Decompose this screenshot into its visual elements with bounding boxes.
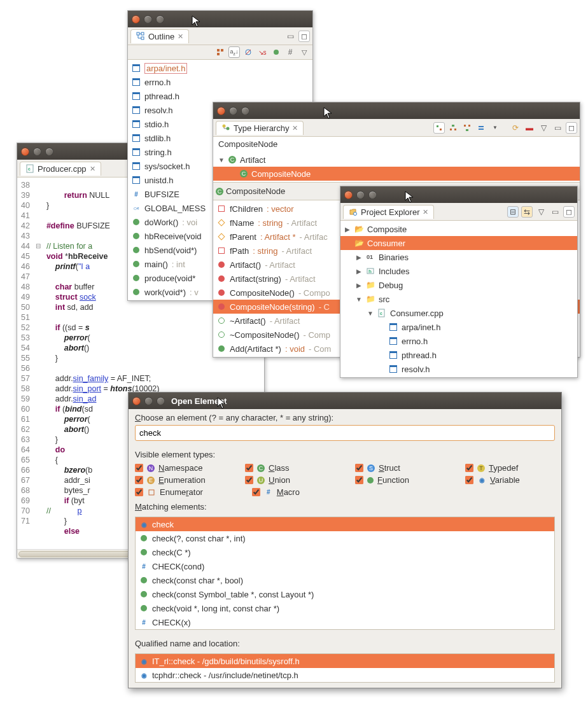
outline-tab[interactable]: Outline ✕ <box>130 29 189 43</box>
filter-typedef[interactable]: TTypedef <box>465 463 555 473</box>
close-tab-icon[interactable]: ✕ <box>178 32 183 41</box>
maximize-icon[interactable] <box>45 148 53 156</box>
filter-icon[interactable] <box>214 46 226 58</box>
hide-static-icon[interactable]: ↘s <box>256 46 268 58</box>
tb-btn-2[interactable] <box>447 122 459 134</box>
dropdown-icon[interactable]: ▼ <box>489 122 501 134</box>
close-tab-icon[interactable]: ✕ <box>423 208 428 216</box>
explorer-item[interactable]: resolv.h <box>340 362 577 376</box>
minimize-view-icon[interactable]: ▭ <box>552 122 563 134</box>
qualified-item[interactable]: ◉tcphdr::check - /usr/include/netinet/tc… <box>136 668 554 682</box>
explorer-item[interactable]: ▶01Binaries <box>340 250 577 264</box>
explorer-item[interactable]: Consumer <box>340 236 577 250</box>
explorer-item[interactable]: ▶Debug <box>340 278 577 292</box>
explorer-item[interactable]: errno.h <box>340 334 577 348</box>
close-icon[interactable] <box>21 148 29 156</box>
explorer-item[interactable]: ▼src <box>340 292 577 306</box>
maximize-icon[interactable] <box>156 15 164 24</box>
menu-icon[interactable]: ▽ <box>538 122 549 134</box>
hide-icon[interactable] <box>242 46 254 58</box>
explorer-item[interactable]: ▶hIncludes <box>340 264 577 278</box>
hide-nonpublic-icon[interactable] <box>270 46 282 58</box>
cancel-icon[interactable]: ▬ <box>524 122 535 134</box>
outline-item[interactable]: pthread.h <box>128 89 312 103</box>
maximize-icon[interactable] <box>157 397 165 405</box>
close-tab-icon[interactable]: ✕ <box>292 124 298 132</box>
matching-elements-list[interactable]: ◉checkcheck(?, const char *, int)check(C… <box>135 517 555 630</box>
maximize-view-icon[interactable]: ◻ <box>566 122 577 134</box>
filter-class[interactable]: CClass <box>245 463 335 473</box>
menu-icon[interactable]: ▽ <box>298 46 310 58</box>
outline-item[interactable]: arpa/inet.h <box>128 61 312 75</box>
hierarchy-titlebar[interactable] <box>213 102 580 119</box>
filter-union[interactable]: UUnion <box>245 475 335 485</box>
close-tab-icon[interactable]: ✕ <box>90 165 95 173</box>
expander-icon[interactable]: ▼ <box>218 157 225 164</box>
expander-icon[interactable]: ▶ <box>356 254 362 261</box>
group-icon[interactable]: # <box>284 46 296 58</box>
match-item[interactable]: check(void *, long int, const char *) <box>136 601 554 615</box>
match-item[interactable]: check(const char *, bool) <box>136 573 554 587</box>
refresh-icon[interactable]: ⟳ <box>510 122 521 134</box>
explorer-item[interactable]: arpa/inet.h <box>340 320 577 334</box>
close-icon[interactable] <box>132 397 141 405</box>
maximize-icon[interactable] <box>368 191 377 199</box>
tb-btn-1[interactable] <box>433 122 445 134</box>
match-item[interactable]: check(?, const char *, int) <box>136 531 554 545</box>
qualified-item[interactable]: ◉IT_rl::check - /gdb/build/binutils/sysr… <box>136 654 554 668</box>
filter-function[interactable]: Function <box>355 475 445 485</box>
hierarchy-tree-item[interactable]: ▼CArtifact <box>213 153 580 167</box>
tb-btn-3[interactable] <box>461 122 473 134</box>
link-editor-icon[interactable]: ⇆ <box>521 206 533 218</box>
minimize-icon[interactable] <box>144 15 152 24</box>
expander-icon[interactable]: ▼ <box>356 296 362 303</box>
filter-variable[interactable]: ◉Variable <box>465 475 555 485</box>
hierarchy-tab[interactable]: Type Hierarchy ✕ <box>216 121 304 135</box>
class-icon: C <box>240 170 248 178</box>
match-item[interactable]: ◉check <box>136 517 554 531</box>
filter-enumerator[interactable]: Enumerator <box>135 487 232 497</box>
maximize-icon[interactable] <box>241 107 249 115</box>
expander-icon[interactable]: ▼ <box>367 310 374 317</box>
explorer-titlebar[interactable] <box>340 186 577 203</box>
hierarchy-tree-item[interactable]: CCompositeNode <box>213 167 580 181</box>
fold-column[interactable]: ⊟ <box>34 178 43 549</box>
history-icon[interactable] <box>475 122 487 134</box>
explorer-item[interactable]: pthread.h <box>340 348 577 362</box>
dialog-titlebar[interactable]: Open Element <box>129 393 561 409</box>
minimize-view-icon[interactable]: ▭ <box>549 206 561 218</box>
maximize-view-icon[interactable]: ◻ <box>563 206 575 218</box>
filter-struct[interactable]: SStruct <box>355 463 445 473</box>
minimize-icon[interactable] <box>33 148 41 156</box>
minimize-icon[interactable] <box>144 397 153 405</box>
explorer-item[interactable]: ▼cConsumer.cpp <box>340 306 577 320</box>
minimize-view-icon[interactable]: ▭ <box>284 31 296 42</box>
filter-namespace[interactable]: NNamespace <box>135 463 225 473</box>
match-item[interactable]: check(const Symbol_table *, const Layout… <box>136 587 554 601</box>
close-icon[interactable] <box>344 191 353 199</box>
explorer-item[interactable]: ▶Composite <box>340 222 577 236</box>
match-item[interactable]: #CHECK(x) <box>136 615 554 629</box>
variable-icon: ◉ <box>477 476 486 485</box>
minimize-icon[interactable] <box>229 107 237 115</box>
outline-titlebar[interactable] <box>128 11 312 27</box>
menu-icon[interactable]: ▽ <box>535 206 547 218</box>
explorer-tab[interactable]: Project Explorer ✕ <box>343 205 434 219</box>
expander-icon[interactable]: ▶ <box>356 268 362 275</box>
close-icon[interactable] <box>132 15 140 24</box>
match-item[interactable]: #CHECK(cond) <box>136 559 554 573</box>
match-item[interactable]: check(C *) <box>136 545 554 559</box>
qualified-list[interactable]: ◉IT_rl::check - /gdb/build/binutils/sysr… <box>135 653 555 683</box>
minimize-icon[interactable] <box>356 191 365 199</box>
maximize-view-icon[interactable]: ◻ <box>298 31 310 42</box>
expander-icon[interactable]: ▶ <box>356 282 362 289</box>
sort-icon[interactable]: az↓ <box>228 46 240 58</box>
expander-icon[interactable]: ▶ <box>344 226 351 233</box>
filter-enumeration[interactable]: EEnumeration <box>135 475 225 485</box>
search-input[interactable] <box>135 425 555 441</box>
close-icon[interactable] <box>217 107 225 115</box>
filter-macro[interactable]: #Macro <box>252 487 349 497</box>
editor-tab[interactable]: c Producer.cpp ✕ <box>20 162 101 176</box>
outline-item[interactable]: errno.h <box>128 75 312 89</box>
collapse-all-icon[interactable]: ⊟ <box>507 206 519 218</box>
